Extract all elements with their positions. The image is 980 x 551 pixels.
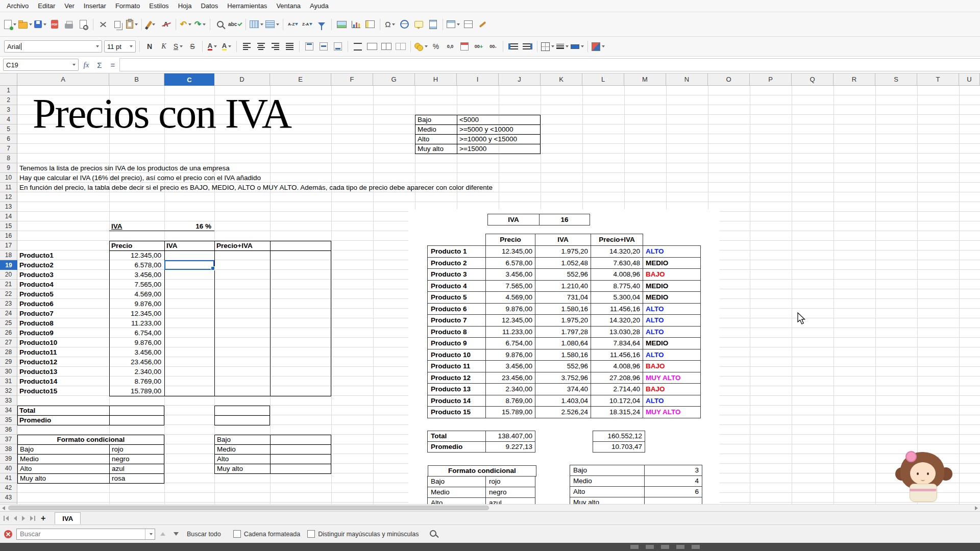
sheet-product-row[interactable]: Producto9 6.754,00 bbox=[17, 328, 164, 338]
print-preview-icon[interactable] bbox=[77, 17, 89, 32]
conditional-formatting-icon[interactable] bbox=[592, 39, 605, 54]
sheet-product-row[interactable]: Producto4 7.565,00 bbox=[17, 280, 164, 289]
insert-comment-icon[interactable] bbox=[412, 17, 425, 32]
open-icon[interactable] bbox=[18, 17, 32, 32]
menu-item[interactable]: Ventana bbox=[272, 1, 305, 11]
horizontal-scrollbar[interactable] bbox=[0, 504, 980, 511]
row-header[interactable]: 2 bbox=[0, 95, 17, 105]
select-all-corner[interactable] bbox=[0, 73, 17, 86]
sheet-product-row[interactable]: Producto13 2.340,00 bbox=[17, 367, 164, 377]
row-header[interactable]: 38 bbox=[0, 444, 17, 454]
row-header[interactable]: 43 bbox=[0, 493, 17, 503]
merge-center-cells-icon[interactable] bbox=[366, 39, 378, 54]
font-name-combo[interactable]: Arial bbox=[4, 40, 102, 53]
menu-item[interactable]: Ayuda bbox=[305, 1, 333, 11]
row-header[interactable]: 12 bbox=[0, 192, 17, 202]
row-header[interactable]: 30 bbox=[0, 367, 17, 377]
row-header[interactable]: 8 bbox=[0, 154, 17, 163]
copy-icon[interactable] bbox=[111, 17, 124, 32]
search-dropdown-icon[interactable] bbox=[145, 529, 155, 539]
instruction-line[interactable]: Hay que calcular el IVA (16% del precio)… bbox=[19, 173, 261, 183]
menu-item[interactable]: Hoja bbox=[174, 1, 197, 11]
scroll-left-icon[interactable] bbox=[2, 506, 5, 510]
column-header[interactable]: O bbox=[708, 73, 750, 85]
align-center-button[interactable] bbox=[255, 39, 267, 54]
add-sheet-button[interactable]: + bbox=[41, 514, 45, 522]
sheet-product-row[interactable]: Producto1 12.345,00 bbox=[17, 251, 164, 260]
find-replace-icon[interactable] bbox=[214, 17, 226, 32]
sheet-product-row[interactable]: Producto6 9.876,00 bbox=[17, 299, 164, 309]
find-previous-icon[interactable] bbox=[157, 529, 168, 540]
menu-item[interactable]: Datos bbox=[196, 1, 223, 11]
column-header[interactable]: E bbox=[270, 73, 331, 85]
formato-row[interactable]: Bajo rojo bbox=[17, 444, 164, 454]
row-header[interactable]: 26 bbox=[0, 328, 17, 338]
next-sheet-icon[interactable] bbox=[22, 516, 25, 521]
new-document-icon[interactable] bbox=[4, 17, 16, 32]
row-header[interactable]: 4 bbox=[0, 115, 17, 124]
column-header[interactable]: D bbox=[214, 73, 270, 85]
hyperlink-icon[interactable] bbox=[398, 17, 410, 32]
row-header[interactable]: 39 bbox=[0, 454, 17, 464]
menu-item[interactable]: Herramientas bbox=[223, 1, 272, 11]
font-size-combo[interactable]: 11 pt bbox=[104, 40, 136, 53]
merge-cells-icon[interactable] bbox=[380, 39, 393, 54]
row-header[interactable]: 25 bbox=[0, 318, 17, 328]
border-color-icon[interactable] bbox=[571, 39, 584, 54]
sheet-title[interactable]: Precios con IVA bbox=[33, 91, 291, 137]
formula-input[interactable] bbox=[119, 58, 980, 71]
underline-button[interactable]: S bbox=[172, 39, 184, 54]
scrollbar-thumb[interactable] bbox=[8, 506, 489, 510]
row-header[interactable]: 33 bbox=[0, 396, 17, 406]
column-header[interactable]: I bbox=[457, 73, 499, 85]
header-iva-cell[interactable]: IVA bbox=[166, 241, 178, 251]
row-header[interactable]: 34 bbox=[0, 406, 17, 415]
border-style-icon[interactable] bbox=[556, 39, 569, 54]
sheet-product-row[interactable]: Producto11 3.456,00 bbox=[17, 347, 164, 357]
sheet-product-row[interactable]: Producto15 15.789,00 bbox=[17, 386, 164, 396]
close-find-icon[interactable] bbox=[4, 530, 12, 538]
selected-cell[interactable] bbox=[164, 260, 214, 270]
iva-label-cell[interactable]: IVA bbox=[111, 221, 122, 231]
header-precio-cell[interactable]: Precio bbox=[111, 241, 132, 251]
level-cell[interactable]: Muy alto bbox=[214, 464, 270, 473]
column-header[interactable]: K bbox=[541, 73, 582, 85]
formato-row[interactable]: Alto azul bbox=[17, 464, 164, 473]
date-format-icon[interactable] bbox=[458, 39, 471, 54]
row-header[interactable]: 22 bbox=[0, 289, 17, 299]
row-header[interactable]: 41 bbox=[0, 473, 17, 483]
sheet-product-row[interactable]: Producto7 12.345,00 bbox=[17, 309, 164, 318]
menu-item[interactable]: Insertar bbox=[79, 1, 111, 11]
function-wizard-icon[interactable]: fx bbox=[80, 59, 93, 71]
insert-chart-icon[interactable] bbox=[350, 17, 362, 32]
find-and-replace-icon[interactable] bbox=[428, 529, 439, 540]
decrease-indent-icon[interactable] bbox=[521, 39, 533, 54]
wrap-text-icon[interactable] bbox=[352, 39, 364, 54]
center-vertically-button[interactable] bbox=[317, 39, 330, 54]
bold-button[interactable]: N bbox=[143, 39, 156, 54]
row-header[interactable]: 40 bbox=[0, 464, 17, 473]
iva-value-cell[interactable]: 16 % bbox=[164, 221, 211, 231]
row-header[interactable]: 6 bbox=[0, 134, 17, 144]
number-format-icon[interactable]: 0,0 bbox=[444, 39, 456, 54]
sheet-product-row[interactable]: Producto2 6.578,00 bbox=[17, 260, 164, 270]
paste-icon[interactable] bbox=[126, 17, 138, 32]
align-right-button[interactable] bbox=[269, 39, 281, 54]
row-header[interactable]: 28 bbox=[0, 347, 17, 357]
formato-row[interactable]: Medio negro bbox=[17, 454, 164, 464]
solution-image[interactable]: IVA 16 Precio IVA Precio+IVA Producto 1 … bbox=[408, 209, 720, 504]
split-window-icon[interactable] bbox=[462, 17, 474, 32]
column-header[interactable]: L bbox=[582, 73, 624, 85]
row-header[interactable]: 29 bbox=[0, 357, 17, 367]
row-header[interactable]: 7 bbox=[0, 144, 17, 154]
scroll-right-icon[interactable] bbox=[975, 506, 978, 510]
italic-button[interactable]: K bbox=[158, 39, 170, 54]
column-header[interactable]: U bbox=[959, 73, 980, 85]
clone-formatting-icon[interactable] bbox=[145, 17, 158, 32]
save-icon[interactable] bbox=[34, 17, 46, 32]
header-precio-iva-cell[interactable]: Precio+IVA bbox=[216, 241, 253, 251]
criteria-row[interactable]: Muy alto >=15000 bbox=[415, 144, 541, 154]
selected-column-header[interactable]: C bbox=[164, 73, 214, 86]
row-header[interactable]: 27 bbox=[0, 338, 17, 347]
align-left-button[interactable] bbox=[240, 39, 253, 54]
